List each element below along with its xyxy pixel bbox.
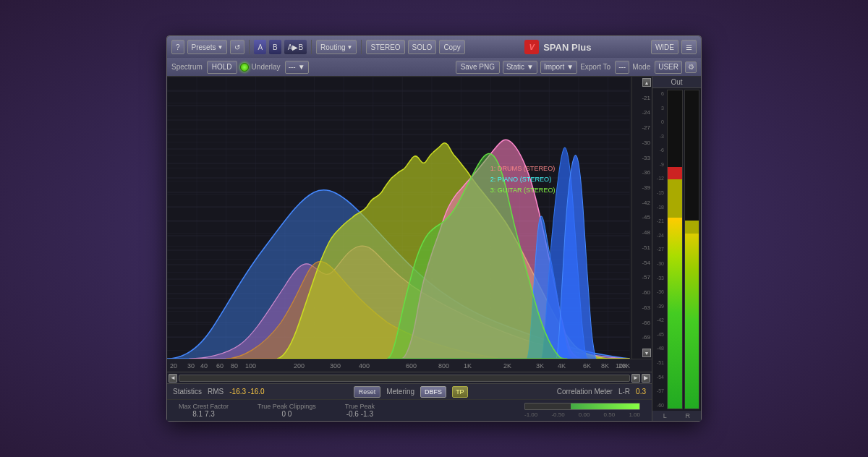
out-label: Out bbox=[652, 77, 701, 88]
correlation-labels: -1.00 -0.50 0.00 0.50 1.00 bbox=[524, 411, 640, 418]
correlation-meter-section: -1.00 -0.50 0.00 0.50 1.00 bbox=[524, 403, 640, 418]
stats-details: Max Crest Factor 8.1 7.3 True Peak Clipp… bbox=[167, 399, 652, 421]
rms-values: -16.3 -16.0 bbox=[229, 388, 264, 396]
presets-button[interactable]: Presets ▼ bbox=[187, 40, 228, 54]
metering-label: Metering bbox=[386, 388, 414, 396]
db-scale-meter: 6 3 0 -3 -6 -9 -12 -15 -18 -21 -24 -27 -… bbox=[654, 90, 665, 409]
svg-text:2: PIANO (STEREO): 2: PIANO (STEREO) bbox=[490, 176, 552, 183]
main-area: -18 -21 -24 -27 -30 -33 -36 -39 -42 -45 … bbox=[167, 77, 701, 421]
r-label: R bbox=[686, 412, 691, 419]
scroll-left-button[interactable]: ◄ bbox=[169, 374, 177, 383]
meter-container: 6 3 0 -3 -6 -9 -12 -15 -18 -21 -24 -27 -… bbox=[652, 88, 701, 411]
spectrum-canvas: -18 -21 -24 -27 -30 -33 -36 -39 -42 -45 … bbox=[167, 77, 652, 359]
svg-text:3: GUITAR (STEREO): 3: GUITAR (STEREO) bbox=[490, 187, 556, 194]
tp-button[interactable]: TP bbox=[452, 386, 468, 398]
correlation-bar bbox=[524, 403, 640, 410]
spectrum-label: Spectrum bbox=[171, 63, 203, 71]
max-crest-label: Max Crest Factor bbox=[179, 403, 229, 410]
lr-label: L-R bbox=[618, 388, 630, 396]
left-red-zone bbox=[668, 167, 682, 180]
right-yellow-zone bbox=[685, 221, 699, 234]
true-peak-clip-values: 0 0 bbox=[281, 410, 292, 418]
menu-button[interactable]: ☰ bbox=[681, 40, 697, 54]
svg-text:1: DRUMS (STEREO): 1: DRUMS (STEREO) bbox=[490, 165, 556, 172]
max-crest-values: 8.1 7.3 bbox=[192, 410, 215, 418]
freq-axis: 20 30 40 60 80 100 200 300 400 600 800 1… bbox=[167, 359, 652, 372]
max-crest-group: Max Crest Factor 8.1 7.3 bbox=[179, 403, 229, 418]
true-peak-group: True Peak -0.6 -1.3 bbox=[345, 403, 375, 418]
rms-label: RMS bbox=[208, 388, 224, 396]
title-center: V SPAN Plus bbox=[468, 40, 648, 54]
true-peak-clip-group: True Peak Clippings 0 0 bbox=[258, 403, 316, 418]
reset-button[interactable]: Reset bbox=[354, 386, 381, 398]
toolbar: Spectrum HOLD Underlay --- ▼ Save PNG St… bbox=[167, 58, 701, 77]
routing-button[interactable]: Routing ▼ bbox=[316, 40, 357, 54]
true-peak-label: True Peak bbox=[345, 403, 375, 410]
meter-bars bbox=[667, 90, 699, 409]
title-right: WIDE ☰ bbox=[651, 40, 697, 54]
right-meter-fill bbox=[685, 234, 699, 409]
title-bar: ? Presets ▼ ↺ A B A▶B Routing ▼ STEREO S… bbox=[167, 36, 701, 58]
scrollbar-area: ◄ ► ▶ bbox=[167, 372, 652, 383]
plugin-window: ? Presets ▼ ↺ A B A▶B Routing ▼ STEREO S… bbox=[166, 35, 702, 422]
statistics-label: Statistics bbox=[173, 388, 202, 396]
l-label: L bbox=[663, 412, 667, 419]
lr-value: 0.3 bbox=[636, 388, 646, 396]
mode-label: Mode bbox=[632, 63, 650, 71]
lr-labels: L R bbox=[652, 411, 701, 421]
led-indicator bbox=[240, 63, 249, 72]
dbfs-button[interactable]: DBFS bbox=[420, 386, 446, 398]
correlation-fill bbox=[571, 403, 639, 409]
wide-button[interactable]: WIDE bbox=[651, 40, 678, 54]
stereo-button[interactable]: STEREO bbox=[366, 40, 404, 54]
ab-button[interactable]: A▶B bbox=[284, 40, 307, 54]
left-meter-fill bbox=[668, 218, 682, 409]
underlay-label: Underlay bbox=[252, 63, 281, 71]
gear-button[interactable]: ⚙ bbox=[685, 61, 697, 73]
correlation-label: Correlation Meter bbox=[557, 388, 613, 396]
help-button[interactable]: ? bbox=[171, 40, 184, 54]
save-png-button[interactable]: Save PNG bbox=[456, 61, 500, 74]
underlay-select[interactable]: --- ▼ bbox=[285, 61, 309, 74]
export-select[interactable]: --- bbox=[615, 61, 629, 74]
left-yellow-zone bbox=[668, 179, 682, 218]
scroll-track[interactable] bbox=[179, 375, 630, 382]
b-button[interactable]: B bbox=[269, 40, 281, 54]
right-meter-bar bbox=[684, 90, 700, 409]
logo-icon: V bbox=[524, 40, 539, 54]
true-peak-values: -0.6 -1.3 bbox=[346, 410, 373, 418]
copy-button[interactable]: Copy bbox=[439, 40, 464, 54]
hold-button[interactable]: HOLD bbox=[207, 61, 237, 74]
refresh-button[interactable]: ↺ bbox=[230, 40, 244, 54]
a-button[interactable]: A bbox=[254, 40, 266, 54]
window-title: SPAN Plus bbox=[543, 42, 591, 53]
scroll-right-button[interactable]: ► bbox=[631, 374, 640, 383]
spectrum-svg: 1: DRUMS (STEREO) 2: PIANO (STEREO) 3: G… bbox=[167, 77, 652, 359]
true-peak-clip-label: True Peak Clippings bbox=[258, 403, 316, 410]
solo-button[interactable]: SOLO bbox=[408, 40, 437, 54]
static-select[interactable]: Static ▼ bbox=[503, 61, 537, 74]
left-meter-bar bbox=[667, 90, 683, 409]
import-select[interactable]: Import ▼ bbox=[540, 61, 577, 74]
spectrum-area: -18 -21 -24 -27 -30 -33 -36 -39 -42 -45 … bbox=[167, 77, 652, 421]
mode-select[interactable]: USER bbox=[655, 61, 682, 74]
scroll-right2-button[interactable]: ▶ bbox=[642, 374, 650, 383]
export-label: Export To bbox=[580, 63, 610, 71]
out-meter: Out 6 3 0 -3 -6 -9 -12 -15 -18 -21 -24 -… bbox=[652, 77, 701, 421]
stats-bar: Statistics RMS -16.3 -16.0 Reset Meterin… bbox=[167, 383, 652, 399]
